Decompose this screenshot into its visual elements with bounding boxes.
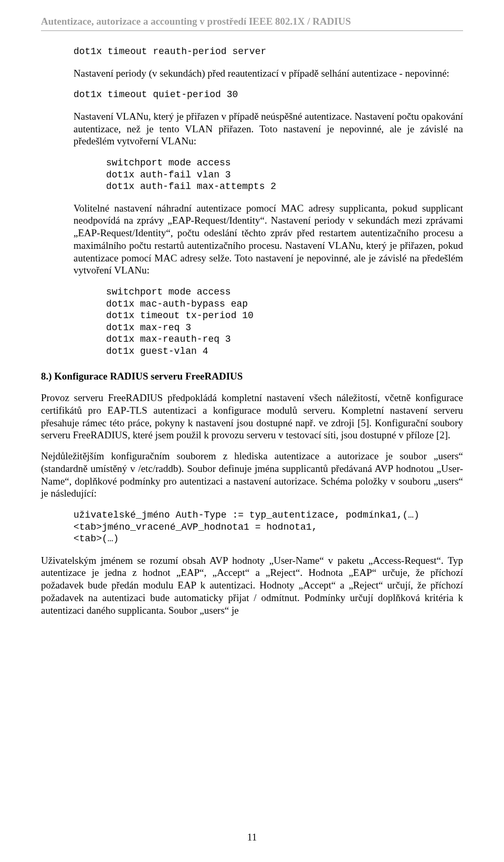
- paragraph-5: Nejdůležitějším konfiguračním souborem z…: [41, 450, 463, 500]
- page-number: 11: [0, 832, 504, 843]
- code-block-2: dot1x timeout quiet-period 30: [74, 89, 463, 101]
- code-block-5: uživatelské_jméno Auth-Type := typ_auten…: [74, 509, 463, 545]
- paragraph-6: Uživatelským jménem se rozumí obsah AVP …: [41, 554, 463, 617]
- paragraph-2: Nastavení VLANu, který je přiřazen v pří…: [74, 110, 463, 148]
- code-block-3: switchport mode access dot1x auth-fail v…: [106, 157, 463, 193]
- paragraph-1: Nastavení periody (v sekundách) před rea…: [74, 67, 463, 80]
- paragraph-3: Volitelné nastavení náhradní autentizace…: [74, 202, 463, 277]
- page-header: Autentizace, autorizace a accounting v p…: [41, 16, 463, 31]
- paragraph-4: Provoz serveru FreeRADIUS předpokládá ko…: [41, 392, 463, 441]
- code-block-4: switchport mode access dot1x mac-auth-by…: [106, 286, 463, 357]
- section-heading: 8.) Konfigurace RADIUS serveru FreeRADIU…: [41, 371, 463, 382]
- code-block-1: dot1x timeout reauth-period server: [74, 46, 463, 58]
